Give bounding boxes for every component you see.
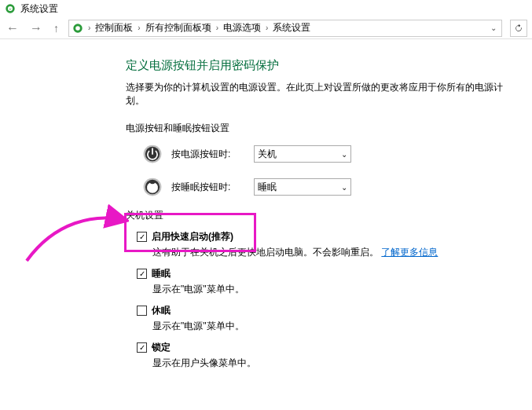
lock-label: 锁定 [152, 341, 171, 354]
svg-point-3 [75, 26, 80, 31]
fast-startup-subtext: 这有助于在关机之后更快地启动电脑。不会影响重启。 了解更多信息 [152, 246, 519, 259]
option-sleep: 睡眠 显示在"电源"菜单中。 [137, 267, 519, 296]
breadcrumb-item[interactable]: 控制面板 [95, 21, 133, 35]
chevron-right-icon: › [86, 24, 92, 32]
breadcrumb-item[interactable]: 系统设置 [273, 21, 310, 35]
sleep-checkbox[interactable] [137, 269, 147, 279]
breadcrumb-item[interactable]: 电源选项 [223, 21, 261, 35]
chevron-down-icon: ⌄ [341, 183, 347, 192]
power-button-select[interactable]: 关机 ⌄ [254, 145, 351, 163]
nav-forward-icon[interactable]: → [28, 22, 44, 35]
breadcrumb-item[interactable]: 所有控制面板项 [145, 21, 211, 35]
nav-back-icon[interactable]: ← [5, 22, 20, 35]
window-title: 系统设置 [20, 2, 58, 16]
sleep-button-select[interactable]: 睡眠 ⌄ [254, 178, 351, 196]
sleep-button-value: 睡眠 [258, 181, 277, 194]
content: 定义电源按钮并启用密码保护 选择要为你的计算机设置的电源设置。在此页上对设置所做… [0, 39, 519, 370]
titlebar: 系统设置 [0, 0, 532, 17]
breadcrumb[interactable]: › 控制面板 › 所有控制面板项 › 电源选项 › 系统设置 ⌄ [68, 20, 502, 37]
chevron-right-icon: › [136, 24, 141, 32]
control-panel-icon [72, 23, 83, 34]
hibernate-checkbox[interactable] [137, 306, 147, 316]
hibernate-subtext: 显示在"电源"菜单中。 [152, 320, 519, 333]
fast-startup-checkbox[interactable] [137, 232, 147, 242]
section-buttons-title: 电源按钮和睡眠按钮设置 [126, 122, 519, 135]
chevron-right-icon: › [264, 24, 270, 32]
power-button-setting: 按电源按钮时: 关机 ⌄ [141, 143, 519, 165]
sleep-subtext: 显示在"电源"菜单中。 [152, 283, 519, 296]
navbar: ← → ↑ › 控制面板 › 所有控制面板项 › 电源选项 › 系统设置 ⌄ [0, 17, 532, 39]
chevron-right-icon: › [215, 24, 220, 32]
lock-subtext: 显示在用户头像菜单中。 [152, 357, 519, 370]
fast-startup-label: 启用快速启动(推荐) [152, 230, 233, 243]
sleep-button-label: 按睡眠按钮时: [171, 181, 246, 194]
power-options-icon [5, 3, 16, 14]
shutdown-heading: 关机设置 [126, 209, 519, 222]
chevron-down-icon[interactable]: ⌄ [489, 24, 498, 32]
power-icon [141, 143, 163, 165]
sleep-label: 睡眠 [152, 267, 171, 280]
sleep-button-setting: 按睡眠按钮时: 睡眠 ⌄ [141, 176, 519, 198]
learn-more-link[interactable]: 了解更多信息 [381, 247, 438, 258]
lock-checkbox[interactable] [137, 342, 147, 353]
power-button-label: 按电源按钮时: [171, 148, 246, 161]
page-title: 定义电源按钮并启用密码保护 [126, 58, 519, 73]
chevron-down-icon: ⌄ [341, 150, 347, 159]
power-button-value: 关机 [258, 148, 277, 161]
option-hibernate: 休眠 显示在"电源"菜单中。 [137, 304, 519, 333]
nav-up-icon[interactable]: ↑ [52, 23, 61, 34]
refresh-button[interactable] [510, 20, 527, 37]
svg-point-1 [8, 6, 13, 11]
option-fast-startup: 启用快速启动(推荐) 这有助于在关机之后更快地启动电脑。不会影响重启。 了解更多… [137, 230, 519, 259]
option-lock: 锁定 显示在用户头像菜单中。 [137, 341, 519, 370]
hibernate-label: 休眠 [152, 304, 171, 317]
page-description: 选择要为你的计算机设置的电源设置。在此页上对设置所做的更改将应用于你所有的电源计… [126, 81, 519, 108]
sleep-icon [141, 176, 163, 198]
